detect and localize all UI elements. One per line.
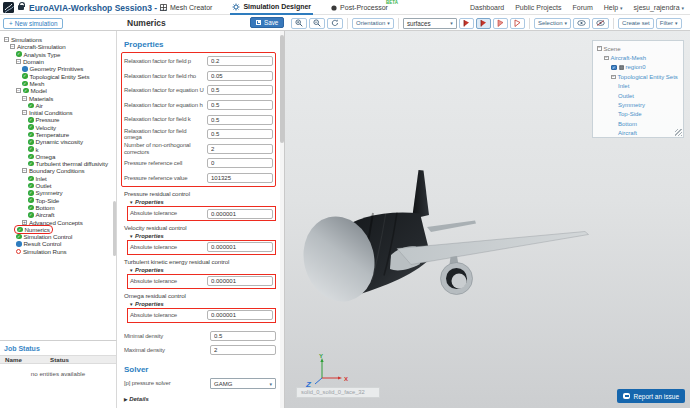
tree-item-symmetry[interactable]: ✓Symmetry [0,189,116,196]
visibility-checkbox[interactable]: ✓ [611,65,617,71]
nav-dashboard[interactable]: Dashboard [470,4,504,11]
report-issue-button[interactable]: Report an issue [617,389,685,403]
scene-item-aircraft-mesh[interactable]: −Aircraft-Mesh [595,53,681,62]
minimal-density-input[interactable] [210,331,276,341]
tree-item-simulation-control[interactable]: ✓Simulation Control [0,233,116,240]
user-menu[interactable]: sjesu_rajendra ▾ [634,4,684,11]
relaxation-factor-for-field-omega-input[interactable] [207,129,273,139]
zoom-in-button[interactable] [291,18,307,29]
tree-item-topological-entity-sets[interactable]: ✓Topological Entity Sets [0,72,116,79]
pick-volume-button[interactable] [476,18,491,29]
tab-simulation-designer[interactable]: Simulation Designer [230,0,313,15]
tree-item-outlet[interactable]: ✓Outlet [0,182,116,189]
tree-item-temperature[interactable]: ✓Temperature [0,131,116,138]
tree-item-mesh[interactable]: ✓Mesh [0,80,116,87]
number-of-non-orthogonal-correctors-input[interactable] [207,144,273,154]
scene-item-aircraft[interactable]: Aircraft [595,129,681,138]
show-selected-button[interactable] [573,18,590,29]
viewport-3d[interactable]: −Scene−Aircraft-Mesh✓region0−Topological… [285,31,690,408]
maximal-density-input[interactable] [210,345,276,355]
surfaces-select[interactable]: surfaces ▾ [403,18,457,29]
scene-item-top-side[interactable]: Top-Side [595,110,681,119]
tree-item-inlet[interactable]: ✓Inlet [0,175,116,182]
relaxation-factor-for-field-p-input[interactable] [207,56,273,66]
tree-item-analysis-type[interactable]: ✓Analysis Type [0,51,116,58]
scene-item-symmetry[interactable]: Symmetry [595,100,681,109]
tree-item-geometry-primitives[interactable]: Geometry Primitives [0,65,116,72]
create-set-button[interactable]: Create set [618,18,654,29]
expander-icon[interactable]: − [10,44,15,49]
tree-item-aircraft[interactable]: ✓Aircraft [0,211,116,218]
relaxation-factor-for-field-rho-input[interactable] [207,71,273,81]
properties-subheading[interactable]: ▼ Properties [129,301,276,307]
turbulent-kinetic-energy-residual-control-tolerance-input[interactable] [207,276,273,286]
tree-item-omega[interactable]: ✓Omega [0,153,116,160]
tree-item-k[interactable]: ✓k [0,145,116,152]
expander-icon[interactable]: − [4,37,9,42]
tree-item-result-control[interactable]: Result Control [0,240,116,247]
scene-item-topological-entity-sets[interactable]: −Topological Entity Sets [595,72,681,81]
tree-item-boundary-conditions[interactable]: −Boundary Conditions [0,167,116,174]
panel-scrollbar[interactable] [280,31,284,408]
pressure-residual-control-tolerance-input[interactable] [207,209,273,219]
tree-item-turbulent-thermal-diffusivity[interactable]: ✓Turbulent thermal diffusivity [0,160,116,167]
tree-item-initial-conditions[interactable]: −Initial Conditions [0,109,116,116]
relaxation-factor-for-equation-u-input[interactable] [207,85,273,95]
hide-selected-button[interactable] [592,18,609,29]
pressure-reference-value-input[interactable] [207,173,273,183]
pick-vertex-button[interactable] [510,18,525,29]
expander-icon[interactable]: − [22,168,27,173]
resize-handle[interactable] [675,129,682,136]
save-button[interactable]: Save [250,17,284,28]
expander-icon[interactable]: + [22,220,27,225]
scene-item-scene[interactable]: −Scene [595,44,681,53]
tab-post-processor[interactable]: Post-Processor BETA [329,0,390,15]
tree-item-simulation-runs[interactable]: Simulation Runs [0,248,116,255]
nav-public-projects[interactable]: Public Projects [515,4,561,11]
properties-subheading[interactable]: ▼ Properties [129,267,276,273]
tree-item-materials[interactable]: −Materials [0,94,116,101]
fit-view-button[interactable] [327,18,343,29]
tree-item-bottom[interactable]: ✓Bottom [0,204,116,211]
tree-item-velocity[interactable]: ✓Velocity [0,124,116,131]
pick-edge-button[interactable] [493,18,508,29]
scrollbar-thumb[interactable] [280,35,284,143]
expander-icon[interactable]: − [16,59,21,64]
scene-item-bottom[interactable]: Bottom [595,119,681,128]
orientation-button[interactable]: Orientation ▾ [352,18,394,29]
expander-icon[interactable]: − [604,56,609,61]
properties-subheading[interactable]: ▼ Properties [129,233,276,239]
relaxation-factor-for-field-k-input[interactable] [207,115,273,125]
expander-icon[interactable]: − [16,88,21,93]
new-simulation-button[interactable]: + New simulation [3,18,63,29]
tree-item-top-side[interactable]: ✓Top-Side [0,197,116,204]
properties-subheading[interactable]: ▼ Properties [129,199,276,205]
tree-item-numerics[interactable]: ✓Numerics [0,226,116,233]
tree-item-model[interactable]: −✓Model [0,87,116,94]
expander-icon[interactable]: − [597,46,602,51]
expander-icon[interactable]: − [22,96,27,101]
velocity-residual-control-tolerance-input[interactable] [207,242,273,252]
pick-face-button[interactable] [459,18,474,29]
expander-icon[interactable]: − [611,75,616,80]
tree-item-domain[interactable]: −Domain [0,58,116,65]
tree-item-dynamic-viscosity[interactable]: ✓Dynamic viscosity [0,138,116,145]
tree-item-pressure[interactable]: ✓Pressure [0,116,116,123]
nav-help[interactable]: Help ▾ [604,4,623,11]
relaxation-factor-for-equation-h-input[interactable] [207,100,273,110]
sidebar-scrollbar[interactable] [113,201,116,256]
details-toggle[interactable]: ▶ Details [124,396,276,402]
filter-button[interactable]: Filter ▾ [656,18,682,29]
scene-item-outlet[interactable]: Outlet [595,91,681,100]
zoom-out-button[interactable] [309,18,325,29]
nav-forum[interactable]: Forum [573,4,593,11]
tree-item-air[interactable]: ✓Air [0,102,116,109]
selection-button[interactable]: Selection ▾ [534,18,571,29]
omega-residual-control-tolerance-input[interactable] [207,310,273,320]
pressure-solver-select[interactable]: GAMG ▾ [210,378,276,389]
scene-item-region0[interactable]: ✓region0 [595,63,681,72]
scene-item-inlet[interactable]: Inlet [595,82,681,91]
tree-item-simulations[interactable]: −Simulations [0,36,116,43]
tree-item-aircraft-simulation[interactable]: −Aircraft-Simulation [0,43,116,50]
tab-mesh-creator[interactable]: Mesh Creator [158,0,214,15]
